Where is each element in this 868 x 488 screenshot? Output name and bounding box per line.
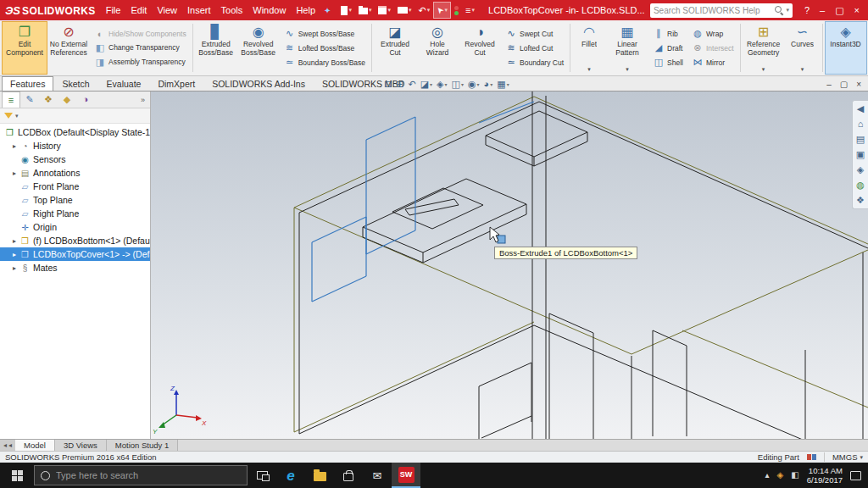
tree-item-assembly-root[interactable]: ❒ LCDBox (Default<Display State-1>): [0, 125, 150, 139]
open-button[interactable]: ▾: [355, 2, 376, 19]
display-manager-tab-icon[interactable]: ◑: [76, 92, 95, 108]
tab-motion-study-1[interactable]: Motion Study 1: [107, 440, 178, 451]
intersect-button[interactable]: ⊗Intersect: [692, 42, 734, 53]
options-button[interactable]: ≡▾: [462, 2, 478, 19]
tab-sketch[interactable]: Sketch: [53, 76, 97, 91]
previous-view-icon[interactable]: ↶: [407, 79, 416, 90]
tree-item-lcdboxbottom[interactable]: ▸ ❒ (f) LCDBoxBottom<1> (Default<<D: [0, 234, 150, 247]
display-style-icon[interactable]: ◫▾: [451, 79, 465, 90]
doc-close-icon[interactable]: ×: [856, 80, 861, 89]
configuration-manager-tab-icon[interactable]: ❖: [39, 92, 58, 108]
solidworks-taskbar-button[interactable]: SW: [392, 463, 420, 488]
menu-tools[interactable]: Tools: [216, 0, 248, 20]
edge-button[interactable]: e: [276, 463, 305, 488]
filter-chevron-icon[interactable]: ▾: [15, 113, 19, 119]
wireframe-model[interactable]: Z X Y: [151, 92, 868, 439]
zoom-area-icon[interactable]: ⊞: [395, 79, 404, 90]
file-explorer-button[interactable]: [305, 463, 334, 488]
mirror-button[interactable]: ⋈Mirror: [692, 57, 734, 68]
revolved-boss-base-button[interactable]: ◉ Revolved Boss/Base: [237, 21, 280, 75]
swept-cut-button[interactable]: ∿Swept Cut: [505, 28, 564, 39]
search-scope-chevron-icon[interactable]: ▾: [786, 7, 789, 14]
assembly-transparency-button[interactable]: ◨Assembly Transparency: [94, 57, 186, 68]
revolved-cut-button[interactable]: ◑ Revolved Cut: [459, 21, 501, 75]
tree-item-lcdboxtopcover[interactable]: ▸ ❒ LCDBoxTopCover<1> -> (Default<: [0, 247, 150, 261]
filter-funnel-icon[interactable]: [4, 113, 13, 119]
expand-arrow-icon[interactable]: ▸: [10, 264, 19, 272]
property-manager-tab-icon[interactable]: ✎: [20, 92, 39, 108]
rib-button[interactable]: ∥Rib: [653, 28, 683, 39]
taskbar-clock[interactable]: 10:14 AM 6/19/2017: [807, 466, 843, 485]
help-search-input[interactable]: [654, 6, 775, 15]
chevron-down-icon[interactable]: ▾: [626, 66, 629, 73]
no-external-references-button[interactable]: ⊘ No External References: [47, 21, 90, 75]
help-search-box[interactable]: ▾: [650, 3, 793, 18]
section-view-icon[interactable]: ◪▾: [420, 79, 433, 90]
tree-item-origin[interactable]: ✛ Origin: [0, 220, 150, 234]
expand-arrow-icon[interactable]: ▸: [10, 169, 19, 177]
close-button[interactable]: ×: [849, 5, 865, 15]
draft-button[interactable]: ◢Draft: [653, 42, 683, 53]
graphics-viewport[interactable]: Z X Y Boss-Extrude1 of LCDBoxBottom<1> ◀…: [151, 92, 868, 439]
expand-arrow-icon[interactable]: ▸: [10, 142, 19, 150]
design-library-icon[interactable]: ▤: [856, 135, 865, 144]
undo-button[interactable]: ↶▾: [415, 2, 433, 19]
task-view-button[interactable]: [248, 463, 276, 488]
file-explorer-icon[interactable]: ▣: [856, 150, 865, 159]
custom-properties-icon[interactable]: ❖: [856, 196, 865, 205]
feature-manager-tab-icon[interactable]: ≡: [2, 92, 20, 108]
extruded-boss-base-button[interactable]: ▊ Extruded Boss/Base: [195, 21, 237, 75]
doc-restore-icon[interactable]: ▢: [840, 80, 848, 89]
lofted-cut-button[interactable]: ≋Lofted Cut: [505, 42, 564, 53]
tree-item-sensors[interactable]: ◉ Sensors: [0, 152, 150, 166]
expand-arrow-icon[interactable]: ▸: [10, 251, 19, 258]
resources-home-icon[interactable]: ⌂: [858, 119, 864, 129]
tab-solidworks-add-ins[interactable]: SOLIDWORKS Add-Ins: [203, 76, 314, 91]
save-button[interactable]: ▾: [375, 2, 394, 19]
tree-item-front-plane[interactable]: ▱ Front Plane: [0, 180, 150, 193]
chevron-down-icon[interactable]: ▾: [587, 66, 591, 73]
new-document-button[interactable]: ▾: [337, 2, 355, 19]
view-orientation-icon[interactable]: ◈▾: [436, 79, 448, 90]
change-transparency-button[interactable]: ◧Change Transparency: [94, 42, 186, 53]
print-button[interactable]: ▾: [394, 2, 415, 19]
extruded-cut-button[interactable]: ◪ Extruded Cut: [374, 21, 416, 75]
collapse-arrow-icon[interactable]: ◀: [857, 104, 864, 114]
restore-button[interactable]: ▢: [830, 5, 849, 16]
tree-item-mates[interactable]: ▸ § Mates: [0, 261, 150, 274]
units-selector[interactable]: MMGS ▾: [824, 452, 863, 462]
view-palette-icon[interactable]: ◈: [857, 165, 864, 175]
action-center-icon[interactable]: [850, 471, 861, 480]
tray-expand-icon[interactable]: ▴: [765, 471, 770, 480]
help-button[interactable]: ?: [799, 5, 815, 15]
menu-view[interactable]: View: [152, 0, 182, 20]
tree-item-annotations[interactable]: ▸ ▤ Annotations: [0, 166, 150, 180]
chevron-down-icon[interactable]: ▾: [762, 66, 765, 73]
scroll-left-icon[interactable]: ◂: [3, 441, 7, 449]
menu-edit[interactable]: Edit: [125, 0, 152, 20]
tab-evaluate[interactable]: Evaluate: [98, 76, 150, 91]
minimize-button[interactable]: –: [815, 5, 830, 15]
chevron-down-icon[interactable]: ▾: [801, 66, 804, 73]
apply-scene-icon[interactable]: ▦▾: [496, 79, 509, 90]
appearances-icon[interactable]: ◍: [856, 180, 865, 190]
taskbar-search-box[interactable]: [34, 465, 248, 485]
dimxpert-manager-tab-icon[interactable]: ◆: [58, 92, 76, 108]
tab-model[interactable]: Model: [15, 440, 55, 451]
tab-dimxpert[interactable]: DimXpert: [149, 76, 203, 91]
swept-boss-base-button[interactable]: ∿Swept Boss/Base: [284, 28, 365, 39]
tab-3d-views[interactable]: 3D Views: [55, 440, 107, 451]
menu-window[interactable]: Window: [248, 0, 291, 20]
doc-minimize-icon[interactable]: –: [826, 80, 832, 89]
taskbar-search-input[interactable]: [56, 470, 241, 480]
start-button[interactable]: [0, 463, 34, 488]
linear-pattern-button[interactable]: ▦ Linear Pattern ▾: [606, 21, 648, 75]
hole-wizard-button[interactable]: ◎ Hole Wizard: [416, 21, 459, 75]
tree-item-history[interactable]: ▸ ◔ History: [0, 139, 150, 152]
instant3d-button[interactable]: ◈ Instant3D: [825, 21, 867, 75]
scroll-left-icon[interactable]: ◂: [8, 441, 12, 449]
tree-item-top-plane[interactable]: ▱ Top Plane: [0, 193, 150, 207]
panel-flyout-arrow-icon[interactable]: »: [137, 96, 148, 104]
menu-insert[interactable]: Insert: [182, 0, 216, 20]
shell-button[interactable]: ◫Shell: [653, 57, 683, 68]
